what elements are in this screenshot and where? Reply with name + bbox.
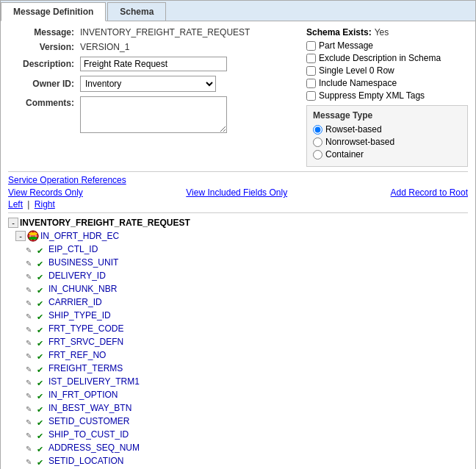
tree-group-row: - IN_OFRT_HDR_EC — [15, 229, 468, 243]
part-message-checkbox[interactable] — [306, 41, 316, 51]
owner-id-select[interactable]: Inventory — [80, 76, 216, 92]
radio-rowset: Rowset-based — [313, 124, 461, 135]
tree-item-2: ✎ ✔ DELIVERY_ID — [26, 269, 468, 282]
radio-nonrowset-input[interactable] — [313, 137, 322, 147]
pencil-icon-0: ✎ — [26, 244, 36, 254]
comments-input[interactable] — [80, 96, 227, 133]
tree-item-12: ✎ ✔ IN_BEST_WAY_BTN — [26, 401, 468, 415]
suppress-empty-row: Suppress Empty XML Tags — [306, 90, 468, 101]
tree-item-15: ✎ ✔ ADDRESS_SEQ_NUM — [26, 441, 468, 454]
check-icon-0: ✔ — [37, 244, 47, 254]
right-link[interactable]: Right — [35, 199, 55, 210]
tree-item-label-1[interactable]: BUSINESS_UNIT — [48, 256, 118, 269]
view-included-link[interactable]: View Included Fields Only — [186, 187, 287, 198]
single-level-checkbox[interactable] — [306, 66, 316, 76]
left-right-row: Left | Right — [8, 199, 468, 210]
left-link[interactable]: Left — [8, 199, 23, 210]
pencil-icon-9: ✎ — [26, 363, 36, 373]
tree-item-label-10[interactable]: IST_DELIVERY_TRM1 — [48, 375, 140, 388]
tree-item-label-3[interactable]: IN_CHUNK_NBR — [48, 282, 117, 296]
links-row: View Records Only View Included Fields O… — [8, 187, 468, 198]
view-records-link[interactable]: View Records Only — [8, 187, 83, 198]
version-row: Version: VERSION_1 — [8, 42, 299, 52]
single-level-label: Single Level 0 Row — [319, 65, 394, 76]
radio-rowset-input[interactable] — [313, 125, 322, 135]
pencil-icon-13: ✎ — [26, 416, 36, 426]
tree-item-label-13[interactable]: SETID_CUSTOMER — [48, 415, 129, 428]
check-icon-11: ✔ — [37, 390, 47, 400]
tree-item-label-8[interactable]: FRT_REF_NO — [48, 348, 106, 362]
main-content: Message: INVENTORY_FREIGHT_RATE_REQUEST … — [1, 21, 475, 469]
tree-item-label-15[interactable]: ADDRESS_SEQ_NUM — [48, 441, 140, 454]
exclude-desc-checkbox[interactable] — [306, 54, 316, 63]
tree-item-label-7[interactable]: FRT_SRVC_DEFN — [48, 335, 123, 348]
add-record-link[interactable]: Add Record to Root — [391, 187, 468, 198]
check-icon-16: ✔ — [37, 456, 47, 466]
part-message-label: Part Message — [319, 40, 373, 51]
pencil-icon-1: ✎ — [26, 257, 36, 268]
check-icon-8: ✔ — [37, 350, 47, 360]
links-section: Service Operation References View Record… — [8, 171, 468, 210]
tab-schema[interactable]: Schema — [107, 2, 166, 21]
message-type-box: Message Type Rowset-based Nonrowset-base… — [306, 105, 468, 167]
root-toggle[interactable]: - — [8, 218, 18, 228]
message-type-title: Message Type — [313, 110, 461, 121]
radio-container-input[interactable] — [313, 150, 322, 160]
tree-item-label-14[interactable]: SHIP_TO_CUST_ID — [48, 428, 129, 441]
include-ns-row: Include Namespace — [306, 78, 468, 88]
check-icon-3: ✔ — [37, 284, 47, 294]
tab-message-definition[interactable]: Message Definition — [1, 2, 106, 21]
include-ns-label: Include Namespace — [319, 78, 397, 88]
part-message-row: Part Message — [306, 40, 468, 51]
schema-exists-row: Schema Exists: Yes — [306, 27, 468, 37]
radio-rowset-label: Rowset-based — [325, 124, 382, 135]
globe-icon — [27, 230, 39, 242]
tree-root-row: - INVENTORY_FREIGHT_RATE_REQUEST — [8, 216, 468, 229]
tree-item-label-9[interactable]: FREIGHT_TERMS — [48, 362, 123, 375]
tree-item-label-16[interactable]: SETID_LOCATION — [48, 454, 123, 468]
pencil-icon-14: ✎ — [26, 429, 36, 440]
check-icon-15: ✔ — [37, 443, 47, 453]
tree-item-label-6[interactable]: FRT_TYPE_CODE — [48, 322, 123, 335]
tree-item-label-11[interactable]: IN_FRT_OPTION — [48, 388, 118, 401]
tree-item-9: ✎ ✔ FREIGHT_TERMS — [26, 362, 468, 375]
tree-item-14: ✎ ✔ SHIP_TO_CUST_ID — [26, 428, 468, 441]
check-icon-14: ✔ — [37, 429, 47, 440]
service-op-link[interactable]: Service Operation References — [8, 175, 126, 185]
separator: | — [27, 199, 29, 210]
owner-id-label: Owner ID: — [8, 79, 74, 89]
tab-bar: Message Definition Schema — [1, 1, 475, 21]
suppress-empty-label: Suppress Empty XML Tags — [319, 90, 425, 101]
exclude-desc-label: Exclude Description in Schema — [319, 53, 441, 63]
tree-group-label[interactable]: IN_OFRT_HDR_EC — [40, 229, 119, 243]
pencil-icon-8: ✎ — [26, 350, 36, 360]
group-toggle[interactable]: - — [15, 231, 26, 241]
pencil-icon-3: ✎ — [26, 284, 36, 294]
tree-item-label-12[interactable]: IN_BEST_WAY_BTN — [48, 401, 131, 415]
version-value: VERSION_1 — [80, 42, 129, 52]
description-input[interactable] — [80, 57, 227, 71]
description-row: Description: — [8, 57, 299, 71]
check-icon-2: ✔ — [37, 271, 47, 281]
pencil-icon-4: ✎ — [26, 297, 36, 307]
pencil-icon-7: ✎ — [26, 337, 36, 347]
pencil-icon-5: ✎ — [26, 310, 36, 321]
pencil-icon-16: ✎ — [26, 456, 36, 466]
check-icon-10: ✔ — [37, 376, 47, 387]
suppress-empty-checkbox[interactable] — [306, 91, 316, 101]
tree-item-label-5[interactable]: SHIP_TYPE_ID — [48, 309, 111, 322]
tree-item-label-2[interactable]: DELIVERY_ID — [48, 269, 106, 282]
tree-item-label-0[interactable]: EIP_CTL_ID — [48, 243, 98, 256]
tree-item-16: ✎ ✔ SETID_LOCATION — [26, 454, 468, 468]
include-ns-checkbox[interactable] — [306, 79, 316, 88]
pencil-icon-10: ✎ — [26, 376, 36, 387]
tree-item-5: ✎ ✔ SHIP_TYPE_ID — [26, 309, 468, 322]
check-icon-5: ✔ — [37, 310, 47, 321]
tree-item-8: ✎ ✔ FRT_REF_NO — [26, 348, 468, 362]
tree-item-13: ✎ ✔ SETID_CUSTOMER — [26, 415, 468, 428]
radio-container: Container — [313, 149, 461, 160]
svg-point-4 — [29, 232, 37, 235]
pencil-icon-2: ✎ — [26, 271, 36, 281]
tree-item-label-4[interactable]: CARRIER_ID — [48, 296, 102, 309]
pencil-icon-6: ✎ — [26, 323, 36, 334]
